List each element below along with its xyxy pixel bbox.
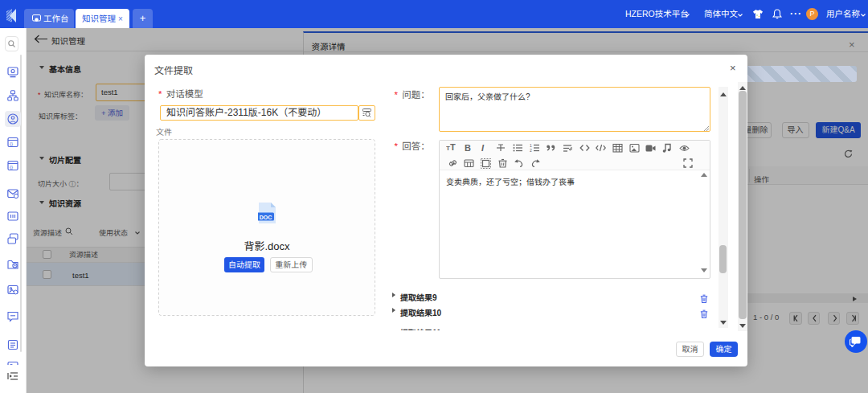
svg-text:DOC: DOC [260,215,272,220]
svg-text:2: 2 [530,148,532,153]
svg-text:{}: {} [10,141,13,146]
svg-text:{}: {} [10,165,13,170]
svg-text:T: T [450,143,456,152]
svg-text:I: I [481,143,485,153]
svg-text:B: B [465,143,471,153]
